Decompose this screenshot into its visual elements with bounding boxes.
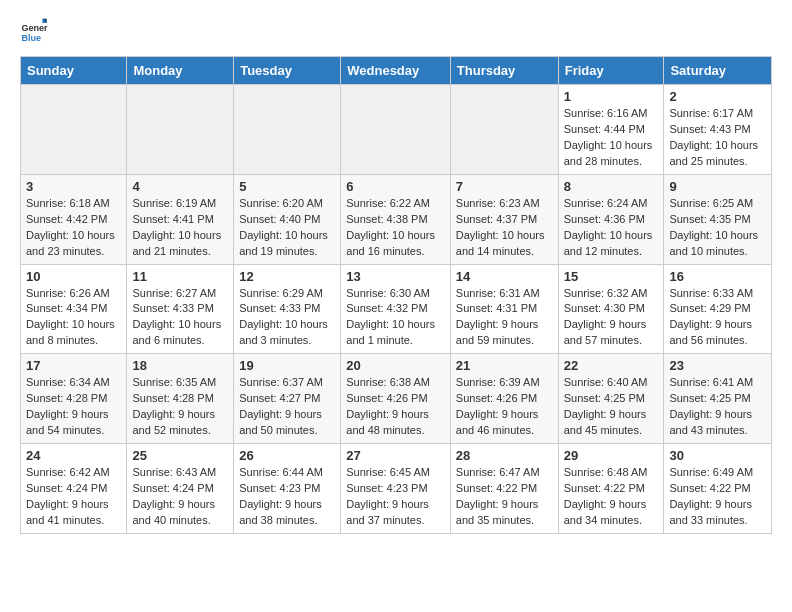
cell-info: Sunrise: 6:24 AMSunset: 4:36 PMDaylight:… [564, 196, 659, 260]
cell-info: Sunrise: 6:43 AMSunset: 4:24 PMDaylight:… [132, 465, 228, 529]
day-cell: 17Sunrise: 6:34 AMSunset: 4:28 PMDayligh… [21, 354, 127, 444]
day-cell: 8Sunrise: 6:24 AMSunset: 4:36 PMDaylight… [558, 174, 664, 264]
week-row-2: 3Sunrise: 6:18 AMSunset: 4:42 PMDaylight… [21, 174, 772, 264]
cell-info: Sunrise: 6:26 AMSunset: 4:34 PMDaylight:… [26, 286, 121, 350]
day-cell: 2Sunrise: 6:17 AMSunset: 4:43 PMDaylight… [664, 85, 772, 175]
day-cell: 11Sunrise: 6:27 AMSunset: 4:33 PMDayligh… [127, 264, 234, 354]
col-header-friday: Friday [558, 57, 664, 85]
cell-info: Sunrise: 6:16 AMSunset: 4:44 PMDaylight:… [564, 106, 659, 170]
day-cell: 30Sunrise: 6:49 AMSunset: 4:22 PMDayligh… [664, 444, 772, 534]
day-number: 21 [456, 358, 553, 373]
day-number: 29 [564, 448, 659, 463]
day-number: 25 [132, 448, 228, 463]
day-cell: 5Sunrise: 6:20 AMSunset: 4:40 PMDaylight… [234, 174, 341, 264]
day-number: 4 [132, 179, 228, 194]
day-number: 15 [564, 269, 659, 284]
day-number: 5 [239, 179, 335, 194]
col-header-sunday: Sunday [21, 57, 127, 85]
day-cell: 25Sunrise: 6:43 AMSunset: 4:24 PMDayligh… [127, 444, 234, 534]
day-cell: 15Sunrise: 6:32 AMSunset: 4:30 PMDayligh… [558, 264, 664, 354]
day-number: 28 [456, 448, 553, 463]
col-header-tuesday: Tuesday [234, 57, 341, 85]
cell-info: Sunrise: 6:33 AMSunset: 4:29 PMDaylight:… [669, 286, 766, 350]
col-header-thursday: Thursday [450, 57, 558, 85]
cell-info: Sunrise: 6:25 AMSunset: 4:35 PMDaylight:… [669, 196, 766, 260]
header-row: SundayMondayTuesdayWednesdayThursdayFrid… [21, 57, 772, 85]
day-number: 24 [26, 448, 121, 463]
day-cell: 21Sunrise: 6:39 AMSunset: 4:26 PMDayligh… [450, 354, 558, 444]
day-number: 9 [669, 179, 766, 194]
cell-info: Sunrise: 6:31 AMSunset: 4:31 PMDaylight:… [456, 286, 553, 350]
day-cell: 10Sunrise: 6:26 AMSunset: 4:34 PMDayligh… [21, 264, 127, 354]
day-number: 13 [346, 269, 445, 284]
svg-text:Blue: Blue [21, 33, 41, 43]
day-number: 20 [346, 358, 445, 373]
day-cell: 28Sunrise: 6:47 AMSunset: 4:22 PMDayligh… [450, 444, 558, 534]
col-header-wednesday: Wednesday [341, 57, 451, 85]
week-row-5: 24Sunrise: 6:42 AMSunset: 4:24 PMDayligh… [21, 444, 772, 534]
cell-info: Sunrise: 6:23 AMSunset: 4:37 PMDaylight:… [456, 196, 553, 260]
page-header: General Blue [20, 16, 772, 44]
day-cell: 20Sunrise: 6:38 AMSunset: 4:26 PMDayligh… [341, 354, 451, 444]
day-cell: 16Sunrise: 6:33 AMSunset: 4:29 PMDayligh… [664, 264, 772, 354]
day-cell: 27Sunrise: 6:45 AMSunset: 4:23 PMDayligh… [341, 444, 451, 534]
cell-info: Sunrise: 6:35 AMSunset: 4:28 PMDaylight:… [132, 375, 228, 439]
cell-info: Sunrise: 6:45 AMSunset: 4:23 PMDaylight:… [346, 465, 445, 529]
day-cell [341, 85, 451, 175]
week-row-1: 1Sunrise: 6:16 AMSunset: 4:44 PMDaylight… [21, 85, 772, 175]
logo: General Blue [20, 16, 50, 44]
day-cell [21, 85, 127, 175]
day-number: 27 [346, 448, 445, 463]
day-number: 14 [456, 269, 553, 284]
day-cell: 4Sunrise: 6:19 AMSunset: 4:41 PMDaylight… [127, 174, 234, 264]
cell-info: Sunrise: 6:37 AMSunset: 4:27 PMDaylight:… [239, 375, 335, 439]
logo-icon: General Blue [20, 16, 48, 44]
day-number: 17 [26, 358, 121, 373]
day-number: 22 [564, 358, 659, 373]
day-number: 30 [669, 448, 766, 463]
day-cell: 6Sunrise: 6:22 AMSunset: 4:38 PMDaylight… [341, 174, 451, 264]
day-cell: 3Sunrise: 6:18 AMSunset: 4:42 PMDaylight… [21, 174, 127, 264]
day-number: 8 [564, 179, 659, 194]
cell-info: Sunrise: 6:48 AMSunset: 4:22 PMDaylight:… [564, 465, 659, 529]
day-cell: 26Sunrise: 6:44 AMSunset: 4:23 PMDayligh… [234, 444, 341, 534]
cell-info: Sunrise: 6:30 AMSunset: 4:32 PMDaylight:… [346, 286, 445, 350]
cell-info: Sunrise: 6:22 AMSunset: 4:38 PMDaylight:… [346, 196, 445, 260]
cell-info: Sunrise: 6:49 AMSunset: 4:22 PMDaylight:… [669, 465, 766, 529]
day-cell: 9Sunrise: 6:25 AMSunset: 4:35 PMDaylight… [664, 174, 772, 264]
week-row-4: 17Sunrise: 6:34 AMSunset: 4:28 PMDayligh… [21, 354, 772, 444]
day-cell: 22Sunrise: 6:40 AMSunset: 4:25 PMDayligh… [558, 354, 664, 444]
day-number: 3 [26, 179, 121, 194]
day-cell: 23Sunrise: 6:41 AMSunset: 4:25 PMDayligh… [664, 354, 772, 444]
cell-info: Sunrise: 6:32 AMSunset: 4:30 PMDaylight:… [564, 286, 659, 350]
cell-info: Sunrise: 6:19 AMSunset: 4:41 PMDaylight:… [132, 196, 228, 260]
col-header-monday: Monday [127, 57, 234, 85]
svg-text:General: General [21, 23, 48, 33]
cell-info: Sunrise: 6:42 AMSunset: 4:24 PMDaylight:… [26, 465, 121, 529]
week-row-3: 10Sunrise: 6:26 AMSunset: 4:34 PMDayligh… [21, 264, 772, 354]
day-cell: 7Sunrise: 6:23 AMSunset: 4:37 PMDaylight… [450, 174, 558, 264]
day-number: 2 [669, 89, 766, 104]
day-cell: 12Sunrise: 6:29 AMSunset: 4:33 PMDayligh… [234, 264, 341, 354]
day-number: 6 [346, 179, 445, 194]
day-number: 26 [239, 448, 335, 463]
cell-info: Sunrise: 6:29 AMSunset: 4:33 PMDaylight:… [239, 286, 335, 350]
day-number: 11 [132, 269, 228, 284]
cell-info: Sunrise: 6:47 AMSunset: 4:22 PMDaylight:… [456, 465, 553, 529]
day-cell: 18Sunrise: 6:35 AMSunset: 4:28 PMDayligh… [127, 354, 234, 444]
day-cell [450, 85, 558, 175]
day-number: 12 [239, 269, 335, 284]
day-cell [127, 85, 234, 175]
cell-info: Sunrise: 6:34 AMSunset: 4:28 PMDaylight:… [26, 375, 121, 439]
day-cell: 14Sunrise: 6:31 AMSunset: 4:31 PMDayligh… [450, 264, 558, 354]
day-cell: 13Sunrise: 6:30 AMSunset: 4:32 PMDayligh… [341, 264, 451, 354]
cell-info: Sunrise: 6:40 AMSunset: 4:25 PMDaylight:… [564, 375, 659, 439]
calendar-table: SundayMondayTuesdayWednesdayThursdayFrid… [20, 56, 772, 534]
cell-info: Sunrise: 6:44 AMSunset: 4:23 PMDaylight:… [239, 465, 335, 529]
cell-info: Sunrise: 6:18 AMSunset: 4:42 PMDaylight:… [26, 196, 121, 260]
cell-info: Sunrise: 6:38 AMSunset: 4:26 PMDaylight:… [346, 375, 445, 439]
day-cell: 1Sunrise: 6:16 AMSunset: 4:44 PMDaylight… [558, 85, 664, 175]
cell-info: Sunrise: 6:39 AMSunset: 4:26 PMDaylight:… [456, 375, 553, 439]
day-number: 19 [239, 358, 335, 373]
cell-info: Sunrise: 6:17 AMSunset: 4:43 PMDaylight:… [669, 106, 766, 170]
